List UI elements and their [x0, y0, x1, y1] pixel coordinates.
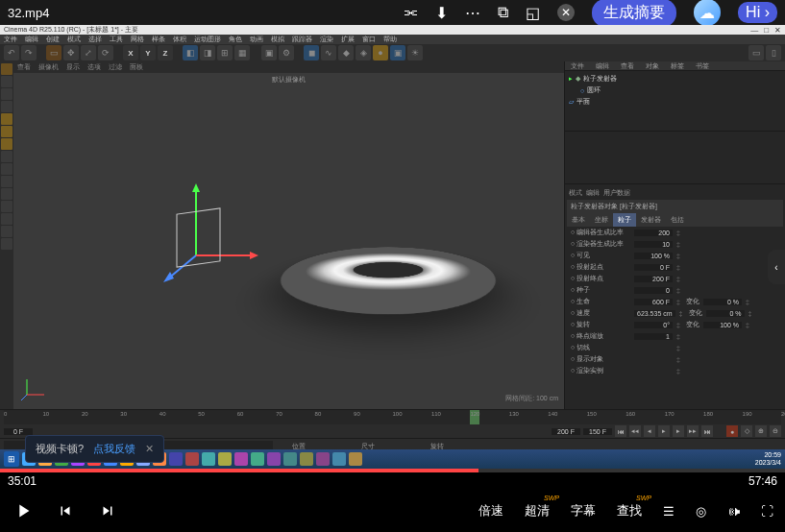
prev-button[interactable] — [54, 499, 77, 522]
light-tool[interactable]: ☀ — [407, 45, 423, 60]
next-frame-button[interactable]: ▸ — [673, 425, 684, 437]
frame-input[interactable]: 150 F — [583, 428, 612, 435]
menu-item[interactable]: 编辑 — [25, 35, 38, 44]
menu-item[interactable]: 帮助 — [383, 35, 397, 44]
menu-item[interactable]: 体积 — [173, 35, 186, 44]
panel-tab[interactable]: 查看 — [615, 61, 640, 70]
download-icon[interactable]: ⬇ — [435, 4, 448, 22]
prev-key-button[interactable]: ◂◂ — [629, 425, 641, 437]
tb-app[interactable] — [202, 452, 215, 466]
layout-b[interactable]: ▯ — [766, 45, 781, 60]
attr-value[interactable]: 600 F — [634, 299, 673, 305]
attr-value[interactable]: 100 % — [703, 322, 742, 328]
menu-item[interactable]: 窗口 — [362, 35, 376, 44]
key-opt[interactable]: ⊕ — [755, 425, 767, 437]
spline-tool[interactable]: ∿ — [321, 45, 336, 60]
record-button[interactable]: ● — [726, 425, 738, 437]
next-key-button[interactable]: ▸▸ — [687, 425, 699, 437]
attr-subtab[interactable]: 粒子 — [613, 213, 636, 227]
scale-tool[interactable]: ⤢ — [81, 45, 96, 60]
hi-badge[interactable]: Hi › — [738, 2, 777, 23]
close-icon[interactable]: ✕ — [557, 4, 575, 21]
menu-item[interactable]: 工具 — [110, 35, 123, 44]
playlist-icon[interactable]: ☰ — [663, 504, 675, 519]
feedback-close[interactable]: ✕ — [145, 443, 154, 455]
rotate-tool[interactable]: ⟳ — [98, 45, 113, 60]
timeline[interactable]: 0102030405060708090100110120130140150160… — [0, 409, 785, 424]
taskbar-clock[interactable]: 20:592023/3/4 — [755, 451, 781, 467]
lt-tool[interactable] — [1, 176, 12, 187]
tb-app[interactable] — [169, 452, 183, 466]
menu-bar[interactable]: 文件编辑创建模式选择工具网格样条体积运动图形角色动画模拟跟踪器渲染扩展窗口帮助 — [0, 35, 785, 44]
vp-menu-item[interactable]: 过滤 — [109, 62, 122, 72]
attr-mode-tab[interactable]: 模式 — [569, 188, 582, 198]
tool-b[interactable]: ◨ — [200, 45, 215, 60]
outliner-item-plane[interactable]: ▱平面 — [569, 96, 781, 108]
lt-tool[interactable] — [1, 201, 12, 212]
min-icon[interactable]: — — [750, 26, 758, 35]
video-progress[interactable] — [0, 469, 785, 472]
start-button[interactable]: ⊞ — [4, 451, 19, 467]
play-button[interactable] — [12, 499, 35, 522]
vp-menu-item[interactable]: 查看 — [17, 62, 31, 72]
panel-tab[interactable]: 文件 — [565, 61, 590, 70]
quality-button[interactable]: 超清SWP — [525, 502, 550, 520]
vp-menu-item[interactable]: 摄像机 — [38, 62, 59, 72]
share-icon[interactable]: ⫘ — [403, 4, 418, 21]
window-icon[interactable]: ◱ — [526, 4, 540, 22]
attr-subtab[interactable]: 基本 — [567, 213, 590, 227]
outliner-item-emitter[interactable]: ▸◆粒子发射器 — [569, 73, 781, 85]
lt-tool[interactable] — [1, 213, 12, 225]
attr-subtab[interactable]: 发射器 — [636, 213, 666, 227]
tool-a[interactable]: ◧ — [183, 45, 198, 60]
menu-item[interactable]: 创建 — [46, 35, 60, 44]
attr-value[interactable]: 0 — [634, 287, 673, 294]
attr-value[interactable]: 0 % — [706, 310, 745, 317]
redo-button[interactable]: ↷ — [21, 45, 37, 60]
feedback-link[interactable]: 点我反馈 — [93, 442, 135, 456]
render-settings[interactable]: ⚙ — [279, 45, 294, 60]
attr-mode-tab[interactable]: 用户数据 — [603, 188, 630, 198]
deform-tool[interactable]: ◈ — [356, 45, 371, 60]
outliner[interactable]: ▸◆粒子发射器 ○圆环 ▱平面 — [565, 71, 785, 131]
select-tool[interactable]: ▭ — [46, 45, 61, 60]
play-button[interactable]: ▸ — [658, 425, 670, 437]
pip-icon[interactable]: ⧉ — [498, 4, 508, 21]
x-axis-button[interactable]: X — [123, 45, 138, 60]
frame-start[interactable]: 0 F — [4, 428, 33, 435]
volume-icon[interactable]: 🕪 — [727, 504, 740, 519]
frame-input[interactable]: 200 F — [552, 428, 580, 435]
attr-value[interactable]: 0 F — [634, 264, 673, 271]
tb-app[interactable] — [283, 452, 297, 466]
viewport[interactable]: 默认摄像机 网格间距: 100 cm — [13, 73, 564, 409]
attr-value[interactable]: 0 % — [703, 299, 742, 305]
vp-menu-item[interactable]: 显示 — [66, 62, 80, 72]
close-win-icon[interactable]: ✕ — [774, 26, 781, 35]
menu-item[interactable]: 动画 — [250, 35, 263, 44]
attr-value[interactable]: 200 F — [634, 276, 673, 282]
panel-tab[interactable]: 标签 — [665, 61, 690, 70]
attr-value[interactable]: 200 — [634, 230, 673, 236]
subtitle-button[interactable]: 字幕 — [571, 502, 596, 520]
tb-app[interactable] — [316, 452, 330, 466]
material-panel[interactable] — [565, 131, 785, 183]
torus-object[interactable] — [282, 198, 494, 351]
tb-app[interactable] — [267, 452, 281, 466]
lt-tool[interactable] — [1, 226, 12, 237]
autokey-button[interactable]: ◇ — [741, 425, 752, 437]
panel-tab[interactable]: 书签 — [690, 61, 715, 70]
menu-item[interactable]: 模式 — [67, 35, 81, 44]
tool-d[interactable]: ▦ — [234, 45, 250, 60]
cam-tool[interactable]: ▣ — [390, 45, 405, 60]
lt-tool[interactable] — [1, 126, 12, 137]
menu-item[interactable]: 跟踪器 — [292, 35, 312, 44]
lt-tool[interactable] — [1, 188, 12, 200]
attr-mode-tab[interactable]: 编辑 — [586, 188, 600, 198]
y-axis-button[interactable]: Y — [140, 45, 156, 60]
key-opt[interactable]: ⊖ — [770, 425, 781, 437]
menu-item[interactable]: 运动图形 — [194, 35, 221, 44]
max-icon[interactable]: □ — [764, 26, 769, 35]
menu-item[interactable]: 选择 — [88, 35, 102, 44]
attr-subtabs[interactable]: 基本坐标粒子发射器包括 — [567, 213, 783, 227]
gen-tool[interactable]: ◆ — [338, 45, 354, 60]
